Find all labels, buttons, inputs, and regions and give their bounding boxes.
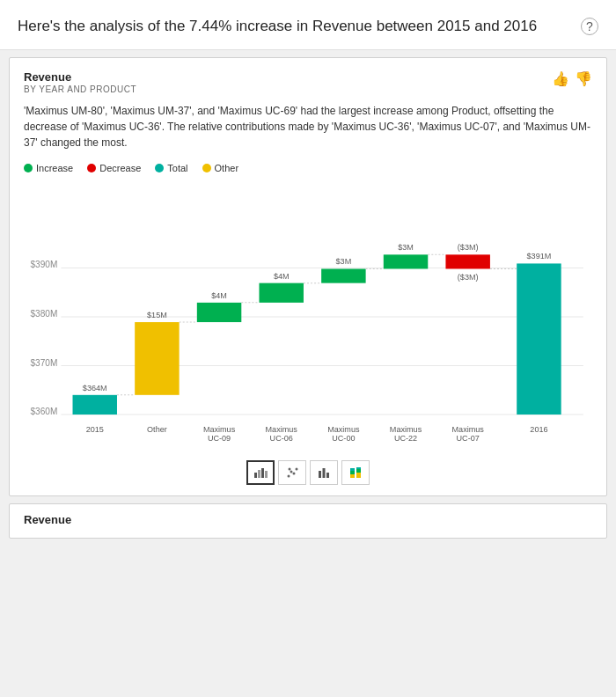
svg-rect-53 xyxy=(356,469,361,473)
bar-chart-button[interactable] xyxy=(310,460,338,485)
legend-item-decrease: Decrease xyxy=(87,163,141,173)
svg-text:$380M: $380M xyxy=(31,309,58,319)
svg-point-41 xyxy=(288,474,290,477)
revenue-card: Revenue BY YEAR AND PRODUCT 👍 👎 'Maximus… xyxy=(9,57,607,496)
chart-toolbar xyxy=(24,460,592,485)
svg-text:Maximus: Maximus xyxy=(203,425,236,434)
svg-text:$3M: $3M xyxy=(336,257,352,266)
bottom-card: Revenue xyxy=(9,503,607,539)
svg-rect-51 xyxy=(350,468,355,471)
bar-other xyxy=(135,322,179,395)
stacked-bar-chart-button[interactable] xyxy=(341,460,370,485)
page-title: Here's the analysis of the 7.44% increas… xyxy=(18,16,537,37)
bottom-card-title: Revenue xyxy=(24,513,592,526)
waterfall-chart-button[interactable] xyxy=(246,460,275,485)
thumbs-up-icon[interactable]: 👍 xyxy=(552,70,569,87)
svg-text:Maximus: Maximus xyxy=(266,425,298,434)
svg-text:$15M: $15M xyxy=(147,311,167,319)
svg-text:UC-09: UC-09 xyxy=(208,434,231,443)
waterfall-chart: $360M $370M $380M $390M $364M 2015 $15M … xyxy=(24,180,592,453)
svg-text:Maximus: Maximus xyxy=(452,425,485,434)
svg-text:UC-00: UC-00 xyxy=(332,434,355,443)
chart-svg: $360M $370M $380M $390M $364M 2015 $15M … xyxy=(24,180,592,453)
thumbs-down-icon[interactable]: 👎 xyxy=(575,70,592,87)
svg-text:Maximus: Maximus xyxy=(327,425,360,434)
svg-text:UC-07: UC-07 xyxy=(457,434,480,443)
svg-rect-50 xyxy=(350,471,355,474)
card-subtitle: BY YEAR AND PRODUCT xyxy=(24,84,136,94)
card-description: 'Maximus UM-80', 'Maximus UM-37', and 'M… xyxy=(24,103,592,150)
help-icon[interactable]: ? xyxy=(581,18,598,35)
svg-text:2015: 2015 xyxy=(86,425,104,434)
svg-rect-37 xyxy=(254,473,257,478)
legend-item-other: Other xyxy=(202,163,239,173)
svg-text:Maximus: Maximus xyxy=(390,425,422,434)
svg-rect-54 xyxy=(356,467,361,469)
svg-rect-48 xyxy=(326,473,329,478)
card-title: Revenue xyxy=(24,70,136,84)
bar-uc06 xyxy=(259,282,303,302)
svg-text:($3M): ($3M) xyxy=(458,243,479,252)
svg-rect-49 xyxy=(350,474,355,478)
svg-point-44 xyxy=(296,467,298,470)
svg-text:$4M: $4M xyxy=(211,291,227,300)
bar-2016 xyxy=(517,263,561,415)
svg-text:UC-22: UC-22 xyxy=(394,434,417,443)
svg-text:Other: Other xyxy=(147,425,167,434)
svg-text:UC-06: UC-06 xyxy=(270,434,293,443)
svg-point-42 xyxy=(290,470,293,473)
bar-uc07 xyxy=(445,254,489,268)
svg-text:$3M: $3M xyxy=(398,243,414,252)
svg-text:$370M: $370M xyxy=(31,357,58,367)
bar-uc22 xyxy=(384,254,428,268)
svg-text:$364M: $364M xyxy=(83,384,107,393)
svg-text:($3M): ($3M) xyxy=(458,272,479,281)
svg-rect-39 xyxy=(261,468,264,478)
svg-point-45 xyxy=(289,467,291,470)
chart-legend: Increase Decrease Total Other xyxy=(24,163,592,173)
svg-rect-40 xyxy=(265,471,268,478)
svg-text:$360M: $360M xyxy=(31,407,58,416)
svg-rect-52 xyxy=(356,473,361,478)
svg-rect-46 xyxy=(319,471,321,478)
svg-text:2016: 2016 xyxy=(530,425,547,434)
bar-uc09 xyxy=(197,303,241,322)
bar-2015 xyxy=(73,395,117,415)
svg-text:$390M: $390M xyxy=(31,260,58,269)
svg-rect-47 xyxy=(323,468,326,478)
svg-point-43 xyxy=(293,472,296,474)
bar-uc00 xyxy=(321,268,365,282)
legend-item-total: Total xyxy=(155,163,187,173)
legend-item-increase: Increase xyxy=(24,163,73,173)
svg-text:$4M: $4M xyxy=(274,271,290,280)
scatter-chart-button[interactable] xyxy=(278,460,306,485)
svg-text:$391M: $391M xyxy=(527,252,552,260)
svg-rect-38 xyxy=(258,470,260,478)
